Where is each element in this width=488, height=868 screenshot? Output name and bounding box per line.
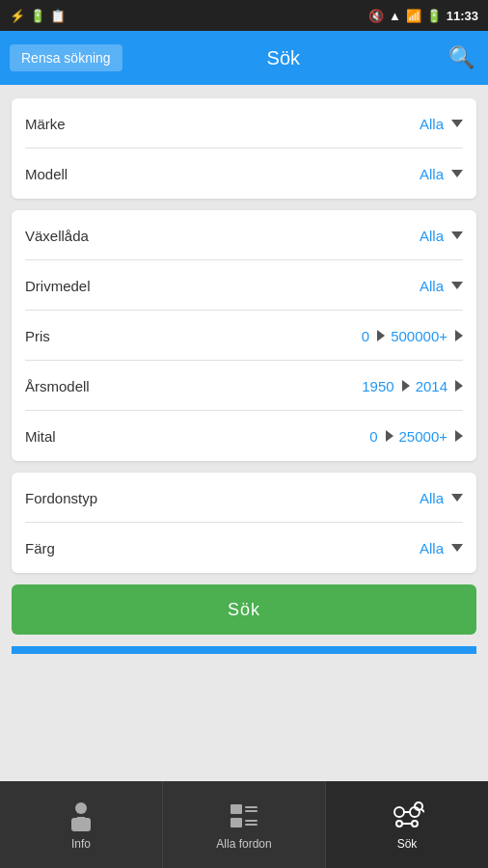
mital-label: Mital <box>25 428 56 445</box>
card-make-model: Märke Alla Modell Alla <box>12 98 476 199</box>
battery-charging-icon: 🔋 <box>30 9 45 23</box>
card-details: Växellåda Alla Drivmedel Alla Pris 0 500… <box>12 210 476 461</box>
svg-line-17 <box>421 809 424 812</box>
mital-max-chevron-icon <box>455 430 463 442</box>
card-type-color: Fordonstyp Alla Färg Alla <box>12 473 476 573</box>
svg-point-9 <box>394 807 404 817</box>
arsmodell-max-chevron-icon <box>455 380 463 392</box>
status-icons-right: 🔇 ▲ 📶 🔋 11:33 <box>368 9 478 23</box>
status-bar: ⚡ 🔋 📋 🔇 ▲ 📶 🔋 11:33 <box>0 0 488 31</box>
signal-icon: 📶 <box>406 9 421 23</box>
modell-label: Modell <box>25 166 68 182</box>
svg-rect-4 <box>245 806 258 808</box>
row-arsmodell[interactable]: Årsmodell 1950 2014 <box>12 361 476 411</box>
modell-value-text: Alla <box>420 166 444 182</box>
drivmedel-value-text: Alla <box>420 278 444 294</box>
row-pris[interactable]: Pris 0 500000+ <box>12 311 476 361</box>
nav-item-info[interactable]: Info <box>0 781 163 868</box>
svg-rect-2 <box>77 817 85 822</box>
arsmodell-label: Årsmodell <box>25 378 90 394</box>
drivmedel-value: Alla <box>420 278 463 294</box>
svg-rect-7 <box>245 820 258 822</box>
pris-max-value: 500000+ <box>391 328 447 344</box>
drivmedel-chevron-icon <box>451 282 463 289</box>
row-fordonstyp[interactable]: Fordonstyp Alla <box>12 473 476 523</box>
fordonstyp-value: Alla <box>420 490 463 506</box>
drivmedel-label: Drivmedel <box>25 278 91 294</box>
wifi-icon: ▲ <box>389 9 401 23</box>
row-vaxellada[interactable]: Växellåda Alla <box>12 210 476 260</box>
svg-rect-8 <box>245 824 258 826</box>
farg-value-text: Alla <box>420 540 444 556</box>
row-mital[interactable]: Mital 0 25000+ <box>12 411 476 461</box>
row-drivmedel[interactable]: Drivmedel Alla <box>12 260 476 311</box>
sok-button[interactable]: Sök <box>12 584 476 635</box>
svg-point-13 <box>396 821 402 827</box>
nav-alla-fordon-label: Alla fordon <box>216 837 271 851</box>
pris-label: Pris <box>25 328 50 344</box>
pris-min-value: 0 <box>362 328 369 344</box>
fordonstyp-chevron-icon <box>451 494 463 502</box>
clear-search-button[interactable]: Rensa sökning <box>10 44 122 71</box>
vaxellada-label: Växellåda <box>25 228 89 244</box>
marke-label: Märke <box>25 116 66 132</box>
search-icon[interactable]: 🔍 <box>445 41 478 74</box>
list-icon <box>227 799 261 833</box>
row-farg[interactable]: Färg Alla <box>12 523 476 573</box>
arsmodell-range: 1950 2014 <box>362 378 463 394</box>
mital-min-value: 0 <box>369 428 377 445</box>
nav-item-sok[interactable]: Sök <box>326 781 488 868</box>
nav-sok-label: Sök <box>397 837 418 851</box>
blue-accent-bar <box>12 646 476 654</box>
arsmodell-min-value: 1950 <box>362 378 393 394</box>
mital-range: 0 25000+ <box>369 428 463 445</box>
header: Rensa sökning Sök 🔍 <box>0 31 488 85</box>
bottom-nav: Info Alla fordon Sö <box>0 781 488 868</box>
mute-icon: 🔇 <box>368 9 384 23</box>
fordonstyp-label: Fordonstyp <box>25 490 97 506</box>
farg-value: Alla <box>420 540 463 556</box>
mital-max-value: 25000+ <box>399 428 447 445</box>
svg-point-0 <box>75 802 87 814</box>
sim-icon: 📋 <box>50 9 66 23</box>
sok-nav-icon <box>390 799 424 833</box>
farg-chevron-icon <box>451 544 463 552</box>
row-modell[interactable]: Modell Alla <box>12 149 476 199</box>
nav-info-label: Info <box>71 837 91 851</box>
farg-label: Färg <box>25 540 55 556</box>
arsmodell-min-chevron-icon <box>402 380 410 392</box>
status-icons-left: ⚡ 🔋 📋 <box>10 9 66 23</box>
time-display: 11:33 <box>447 9 478 23</box>
arsmodell-max-value: 2014 <box>416 378 447 394</box>
marke-value-text: Alla <box>420 116 444 132</box>
vaxellada-value: Alla <box>420 228 463 244</box>
vaxellada-value-text: Alla <box>420 228 444 244</box>
svg-rect-6 <box>230 818 242 827</box>
svg-rect-5 <box>245 810 258 812</box>
row-marke[interactable]: Märke Alla <box>12 98 476 149</box>
vaxellada-chevron-icon <box>451 231 463 239</box>
modell-value: Alla <box>420 166 463 182</box>
mital-min-chevron-icon <box>386 430 393 442</box>
header-title: Sök <box>122 47 445 69</box>
battery-icon: 🔋 <box>426 9 442 23</box>
usb-icon: ⚡ <box>10 9 25 23</box>
marke-chevron-icon <box>451 120 463 127</box>
sok-button-container: Sök <box>12 584 476 635</box>
pris-min-chevron-icon <box>377 330 385 341</box>
nav-item-alla-fordon[interactable]: Alla fordon <box>163 781 326 868</box>
svg-rect-3 <box>230 804 242 814</box>
fordonstyp-value-text: Alla <box>420 490 444 506</box>
svg-point-14 <box>412 821 418 827</box>
person-icon <box>64 799 98 833</box>
pris-range: 0 500000+ <box>362 328 463 344</box>
marke-value: Alla <box>420 116 463 132</box>
pris-max-chevron-icon <box>455 330 463 341</box>
main-content: Märke Alla Modell Alla Växellåda Alla Dr… <box>0 85 488 781</box>
modell-chevron-icon <box>451 170 463 177</box>
